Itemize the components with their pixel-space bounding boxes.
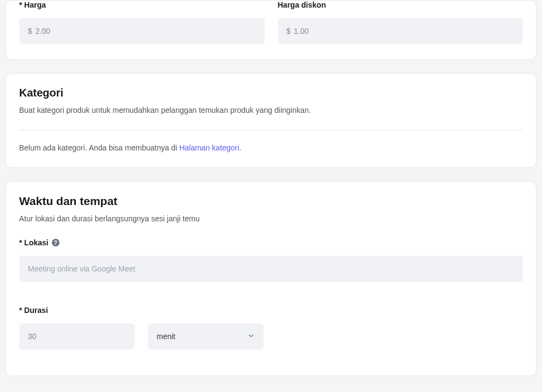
location-label: * Lokasi ? [19,238,523,247]
location-label-text: * Lokasi [19,238,49,247]
category-empty-prefix: Belum ada kategori. Anda bisa membuatnya… [19,143,179,152]
pricing-row: * Harga $ Harga diskon $ [19,1,523,44]
category-description: Buat kategori produk untuk memudahkan pe… [19,106,523,114]
price-currency: $ [28,27,32,35]
timeplace-card: Waktu dan tempat Atur lokasi dan durasi … [5,181,537,376]
category-card: Kategori Buat kategori produk untuk memu… [5,73,537,168]
duration-input-col [19,323,135,349]
price-input[interactable] [35,27,256,35]
timeplace-title: Waktu dan tempat [19,195,523,208]
chevron-down-icon [247,332,255,341]
category-empty-suffix: . [239,143,241,152]
timeplace-description: Atur lokasi dan durasi berlangsungnya se… [19,214,523,223]
category-page-link[interactable]: Halaman kategori [179,143,239,152]
category-title: Kategori [19,87,523,99]
duration-row: menit [19,323,523,349]
duration-unit-select[interactable]: menit [148,323,264,349]
location-section: * Lokasi ? [19,238,523,282]
duration-input[interactable] [28,332,126,341]
duration-input-wrap[interactable] [19,323,135,349]
location-input[interactable] [28,264,514,273]
category-divider [19,130,523,130]
price-input-wrap[interactable]: $ [19,18,265,44]
discount-input[interactable] [294,27,514,35]
duration-section: * Durasi menit [19,306,523,349]
price-col: * Harga $ [19,1,265,44]
duration-unit-text: menit [157,332,247,341]
category-empty-text: Belum ada kategori. Anda bisa membuatnya… [19,143,523,152]
discount-col: Harga diskon $ [278,1,523,44]
discount-currency: $ [287,27,291,35]
duration-label: * Durasi [19,306,523,315]
help-icon[interactable]: ? [52,239,59,246]
discount-label: Harga diskon [278,1,523,9]
duration-select-col: menit [148,323,264,349]
price-label: * Harga [19,1,265,9]
pricing-card: * Harga $ Harga diskon $ [5,0,537,60]
location-input-wrap[interactable] [19,256,523,282]
discount-input-wrap[interactable]: $ [278,18,523,44]
